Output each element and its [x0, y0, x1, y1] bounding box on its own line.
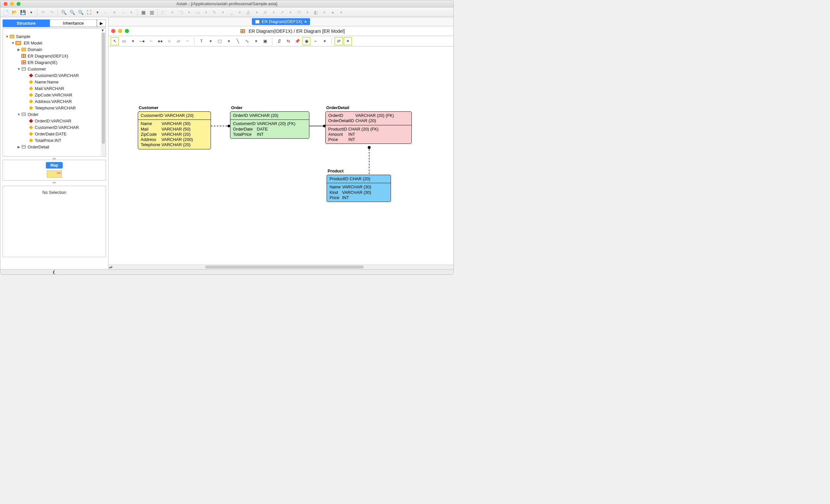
tree-node-attr[interactable]: ZipCode:VARCHAR — [3, 92, 106, 98]
tree-node-attr[interactable]: OrderID:VARCHAR — [3, 117, 106, 124]
structure-tree[interactable]: ▼ Sample ▼ ER ER Model ▶ Domain — [3, 32, 106, 156]
tree-node-attr[interactable]: TotalPrice:INT — [3, 137, 106, 143]
size-dropdown[interactable]: ▾ — [202, 9, 210, 16]
freehand-tool[interactable]: ∿ — [244, 38, 251, 45]
close-tab-button[interactable]: × — [304, 19, 307, 24]
splitter-handle[interactable]: ◂ ▸ — [0, 157, 108, 160]
tab-overflow[interactable]: ▶ — [97, 20, 106, 27]
select-tool[interactable]: ↖ — [111, 38, 118, 45]
tree-node-orderdetail[interactable]: ▶ OrderDetail — [3, 143, 106, 150]
redo-button[interactable]: ↷ — [48, 9, 55, 16]
zoom-out-button[interactable]: 🔍 — [77, 9, 84, 16]
entity-customer[interactable]: Customer CustomerIDVARCHAR (20) NameVARC… — [138, 111, 211, 149]
entity-orderdetail[interactable]: OrderDetail OrderIDVARCHAR (20)(FK) Orde… — [325, 111, 412, 144]
scrollbar-thumb[interactable] — [102, 32, 105, 144]
document-tab[interactable]: ER Diagram(IDEF1X) × — [252, 18, 310, 25]
connector-style-tool[interactable]: ⌐ — [312, 38, 319, 45]
align-button-1[interactable]: ⫍ — [160, 9, 167, 16]
save-file-button[interactable]: 💾 — [19, 9, 26, 16]
rect-tool[interactable]: ▢ — [216, 38, 223, 45]
text-tool[interactable]: T — [198, 38, 205, 45]
entity-tool[interactable]: ▭ — [120, 38, 127, 45]
undo-button[interactable]: ↶ — [40, 9, 47, 16]
font-color-button[interactable]: A — [245, 9, 252, 16]
relation-order-orderdetail[interactable] — [309, 124, 326, 128]
style-dropdown-1[interactable]: ▾ — [219, 9, 226, 16]
fit-button[interactable]: ⛶ — [86, 9, 93, 16]
tree-node-attr[interactable]: OrderDate:DATE — [3, 131, 106, 137]
align-dropdown-1[interactable]: ▾ — [169, 9, 176, 16]
relation-tool-2[interactable]: ┄ — [148, 38, 155, 45]
zoom-reset-button[interactable]: 🔍 — [69, 9, 76, 16]
shape-button[interactable]: ◧ — [312, 9, 319, 16]
pin-tool[interactable]: 📌 — [294, 38, 301, 45]
tree-node-attr[interactable]: CustomerID:VARCHAR — [3, 124, 106, 131]
tree-node-ermodel[interactable]: ▼ ER ER Model — [3, 40, 106, 46]
font-button[interactable]: A — [262, 9, 269, 16]
disclosure-triangle-icon[interactable]: ▼ — [17, 67, 21, 71]
relation-tool-1[interactable]: ─● — [138, 38, 146, 45]
subtype-tool[interactable]: ▱ — [175, 38, 182, 45]
size-button[interactable]: ▭ — [194, 9, 201, 16]
auto-layout-tool-1[interactable]: ⇄ — [335, 38, 342, 45]
line-draw-tool[interactable]: ╲ — [234, 38, 242, 45]
tree-node-attr[interactable]: Telephone:VARCHAR — [3, 105, 106, 111]
diagram-button-1[interactable]: ▦ — [140, 9, 147, 16]
font-dropdown[interactable]: ▾ — [270, 9, 277, 16]
tree-node-attr[interactable]: Address:VARCHAR — [3, 98, 106, 105]
relation-tool-4[interactable]: ○ — [166, 38, 173, 45]
auto-layout-tool-2[interactable]: ✦ — [344, 38, 351, 45]
canvas-resize-grip[interactable]: ▴▾ — [109, 265, 113, 269]
zoom-in-button[interactable]: 🔍 — [60, 9, 67, 16]
connector-button[interactable]: ⊓ — [295, 9, 302, 16]
style-button-1[interactable]: ✎ — [211, 9, 218, 16]
tree-scrollbar[interactable] — [101, 32, 106, 156]
back-dropdown[interactable]: ▾ — [111, 9, 118, 16]
back-button[interactable]: ← — [102, 9, 109, 16]
line-tool[interactable]: ┈ — [184, 38, 191, 45]
editor-minimize-button[interactable] — [118, 29, 122, 33]
shape-dropdown[interactable]: ▾ — [321, 9, 328, 16]
entity-tool-dropdown[interactable]: ▾ — [129, 38, 136, 45]
tree-node-attr[interactable]: Mail:VARCHAR — [3, 85, 106, 92]
image-tool[interactable]: ▣ — [262, 38, 269, 45]
tree-node-attr[interactable]: CustomerID:VARCHAR — [3, 72, 106, 78]
relation-tool-3[interactable]: ●● — [157, 38, 164, 45]
tab-inheritance[interactable]: Inheritance — [50, 20, 97, 27]
tree-node-customer[interactable]: ▼ Customer — [3, 66, 106, 72]
disclosure-triangle-icon[interactable]: ▶ — [17, 145, 21, 149]
disclosure-triangle-icon[interactable]: ▼ — [17, 113, 21, 116]
disclosure-triangle-icon[interactable]: ▼ — [5, 35, 9, 38]
tab-map[interactable]: Map — [46, 162, 63, 169]
rect-tool-dropdown[interactable]: ▾ — [225, 38, 232, 45]
relation-customer-order[interactable] — [211, 124, 230, 128]
tree-node-sample[interactable]: ▼ Sample — [3, 33, 106, 40]
disclosure-triangle-icon[interactable]: ▶ — [17, 48, 21, 51]
open-file-button[interactable]: 📂 — [11, 9, 18, 16]
tree-node-order[interactable]: ▼ Order — [3, 111, 106, 117]
tree-node-attr[interactable]: Name:Name — [3, 78, 106, 85]
entity-order[interactable]: Order OrderIDVARCHAR (20) CustomerIDVARC… — [230, 111, 309, 139]
fill-button[interactable]: ● — [329, 9, 337, 16]
connector-dropdown[interactable]: ▾ — [304, 9, 311, 16]
editor-zoom-button[interactable] — [125, 29, 129, 33]
map-thumbnail[interactable] — [47, 170, 62, 178]
forward-dropdown[interactable]: ▾ — [128, 9, 135, 16]
scrollbar-thumb[interactable] — [205, 266, 364, 269]
tree-node-domain[interactable]: ▶ Domain — [3, 46, 106, 53]
style-dropdown-2[interactable]: ▾ — [236, 9, 244, 16]
style-button-2[interactable]: ⎯ — [228, 9, 235, 16]
entity-product[interactable]: Product ProductIDCHAR (20) NameVARCHAR (… — [327, 175, 391, 202]
fill-dropdown[interactable]: ▾ — [338, 9, 345, 16]
relation-orderdetail-product[interactable] — [367, 146, 372, 175]
editor-close-button[interactable] — [111, 29, 115, 33]
tree-menu-dropdown[interactable]: ▼ — [3, 29, 106, 32]
font-color-dropdown[interactable]: ▾ — [253, 9, 260, 16]
collapse-sidebar-button[interactable]: ❮ — [52, 270, 55, 274]
text-tool-dropdown[interactable]: ▾ — [207, 38, 214, 45]
line-dropdown[interactable]: ▾ — [287, 9, 294, 16]
highlight-tool-1[interactable]: ◉ — [303, 38, 310, 45]
tree-node-diagram-idef1x[interactable]: ER Diagram(IDEF1X) — [3, 53, 106, 59]
freehand-dropdown[interactable]: ▾ — [253, 38, 260, 45]
tree-node-diagram-ie[interactable]: ER Diagram(IE) — [3, 59, 106, 66]
